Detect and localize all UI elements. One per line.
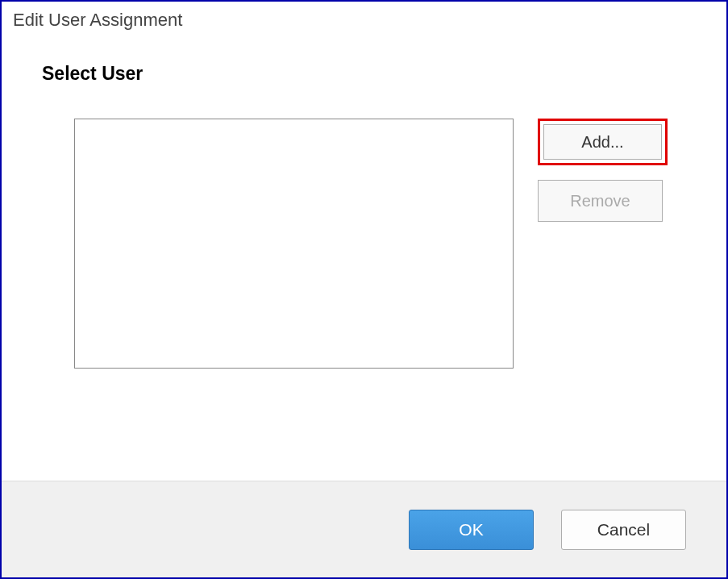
main-row: Add... Remove <box>42 119 694 369</box>
side-button-column: Add... Remove <box>538 119 668 369</box>
add-button-highlight: Add... <box>538 119 668 165</box>
section-heading: Select User <box>42 63 694 85</box>
ok-button[interactable]: OK <box>409 510 534 550</box>
dialog-content: Select User Add... Remove <box>2 39 726 393</box>
remove-button: Remove <box>538 180 663 222</box>
add-button[interactable]: Add... <box>543 124 662 160</box>
user-list-box[interactable] <box>74 119 514 369</box>
dialog-title-bar: Edit User Assignment <box>2 2 726 39</box>
dialog-title: Edit User Assignment <box>13 10 182 30</box>
cancel-button[interactable]: Cancel <box>561 510 686 550</box>
dialog-button-bar: OK Cancel <box>2 481 726 577</box>
